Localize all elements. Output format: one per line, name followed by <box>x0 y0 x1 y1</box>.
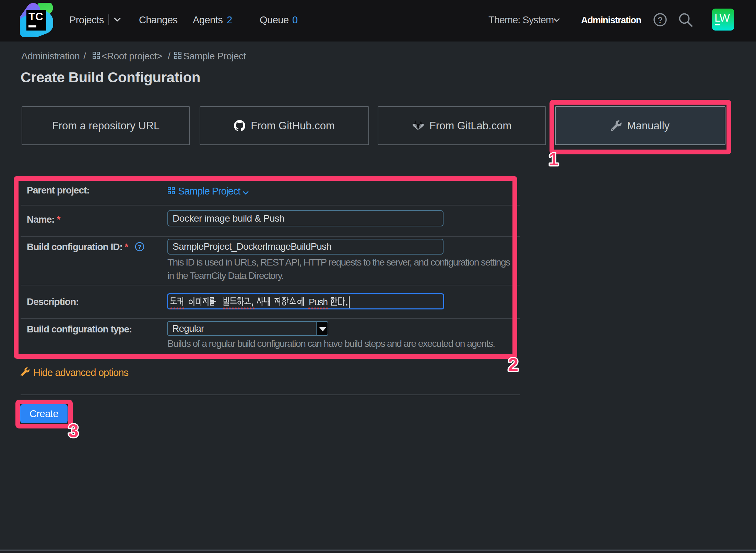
svg-text:2: 2 <box>508 354 518 375</box>
svg-text:?: ? <box>658 15 663 25</box>
svg-text:3: 3 <box>68 420 79 441</box>
svg-text:TC: TC <box>28 11 43 23</box>
svg-text:1: 1 <box>549 149 559 169</box>
